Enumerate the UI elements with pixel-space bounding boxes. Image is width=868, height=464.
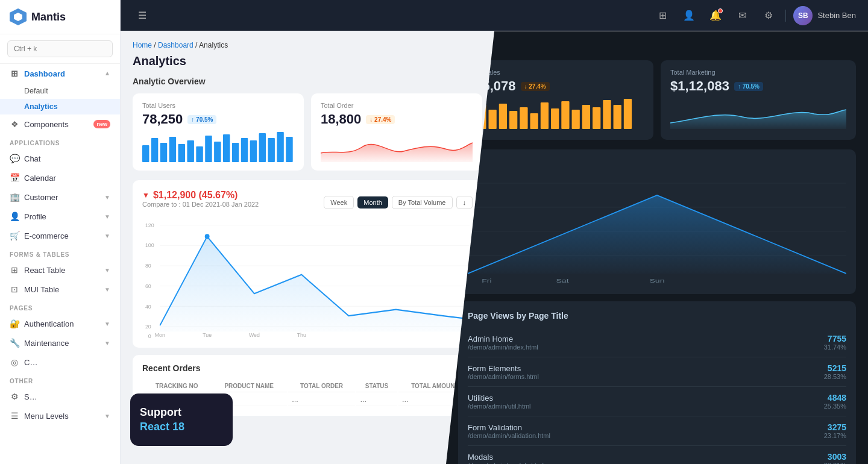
svg-rect-7 — [196, 146, 203, 162]
page-view-item-3: Utilities /demo/admin/util.html 4848 25.… — [468, 387, 846, 416]
topbar: ☰ ⊞ 👤 🔔 ✉ ⚙ SB Stebin Ben — [121, 0, 868, 31]
mail-icon[interactable]: ✉ — [732, 6, 752, 25]
sidebar-item-ecommerce[interactable]: 🛒 E-commerce ▼ — [0, 226, 120, 245]
income-line-chart: 120 100 80 60 40 20 0 — [142, 218, 473, 338]
svg-rect-13 — [250, 140, 257, 162]
svg-rect-46 — [572, 110, 580, 129]
total-sales-badge: ↓ 27.4% — [521, 82, 550, 91]
svg-text:Fri: Fri — [482, 278, 491, 284]
gear-icon[interactable]: ⚙ — [759, 6, 778, 25]
svg-rect-45 — [561, 101, 569, 129]
sidebar-item-profile[interactable]: 👤 Profile ▼ — [0, 207, 120, 226]
sidebar-item-components[interactable]: ❖ Components new — [0, 114, 120, 134]
svg-rect-16 — [277, 132, 283, 162]
sidebar-item-calendar[interactable]: 📅 Calendar — [0, 168, 120, 187]
applications-section: Applications — [0, 134, 120, 149]
svg-rect-11 — [232, 143, 239, 162]
svg-text:0: 0 — [148, 333, 151, 338]
svg-text:60: 60 — [145, 283, 151, 289]
sidebar-sub-default[interactable]: Default — [0, 83, 120, 99]
page-view-item-4: Form Validation /demo/admin/validation.h… — [468, 416, 846, 446]
total-order-value: 18,800 ↓ 27.4% — [321, 111, 473, 127]
mantis-logo-icon — [10, 8, 27, 25]
svg-rect-42 — [530, 113, 538, 129]
sidebar-item-mui-table-label: MUI Table — [24, 285, 59, 294]
svg-rect-1 — [142, 145, 149, 162]
svg-rect-40 — [509, 111, 517, 129]
main-area: ☰ ⊞ 👤 🔔 ✉ ⚙ SB Stebin Ben Home / Dashb — [121, 0, 868, 464]
stat-cards-light: Total Users 78,250 ↑ 70.5% — [133, 93, 482, 171]
ecommerce-icon: 🛒 — [10, 231, 19, 240]
ecommerce-chevron: ▼ — [104, 233, 110, 239]
sidebar-search-container — [0, 34, 120, 64]
sidebar-sub-analytics[interactable]: Analytics — [0, 99, 120, 114]
content-area: Home / Dashboard / Analytics Analytics A… — [121, 31, 868, 464]
total-marketing-badge: ↑ 70.5% — [734, 82, 763, 91]
total-order-label: Total Order — [321, 102, 473, 109]
other-section: Other — [0, 372, 120, 387]
page-view-item-1: Admin Home /demo/admin/index.html 7755 3… — [468, 328, 846, 357]
svg-rect-44 — [551, 108, 559, 129]
col-product: PRODUCT NAME — [212, 380, 287, 392]
sidebar-item-react-table-label: React Table — [24, 266, 65, 275]
profile-topbar-icon[interactable]: 👤 — [679, 6, 699, 25]
profile-chevron: ▼ — [104, 213, 110, 220]
svg-rect-3 — [160, 143, 167, 162]
dark-stat-cards: Total Sales $35,078 ↓ 27.4% — [458, 60, 856, 140]
breadcrumb-dashboard[interactable]: Dashboard — [158, 41, 193, 49]
breadcrumb: Home / Dashboard / Analytics — [133, 41, 482, 49]
mui-table-chevron: ▼ — [104, 286, 110, 293]
chat-icon: 💬 — [10, 154, 19, 163]
page-view-item-5: Modals /demo/admin/modals.html 3003 22.2… — [468, 446, 846, 464]
month-button[interactable]: Month — [357, 196, 388, 208]
svg-text:Mon: Mon — [155, 332, 165, 338]
week-button[interactable]: Week — [324, 196, 354, 209]
notification-icon[interactable]: 🔔 — [706, 6, 725, 25]
sidebar-item-react-table[interactable]: ⊞ React Table ▼ — [0, 260, 120, 280]
sidebar-item-maintenance[interactable]: 🔧 Maintenance ▼ — [0, 333, 120, 353]
user-profile-button[interactable]: SB Stebin Ben — [793, 6, 856, 25]
sidebar-item-settings[interactable]: ⚙ S… — [0, 387, 120, 406]
sidebar-item-dashboard[interactable]: ⊞ Dashboard ▼ — [0, 64, 120, 83]
sidebar-item-profile-label: Profile — [24, 212, 46, 221]
sidebar-item-authentication[interactable]: 🔐 Authentication ▼ — [0, 314, 120, 333]
sidebar-item-mui-table[interactable]: ⊡ MUI Table ▼ — [0, 280, 120, 299]
sidebar-item-other1[interactable]: ◎ C… — [0, 353, 120, 372]
total-users-badge: ↑ 70.5% — [187, 115, 216, 124]
dark-income-chart: Fri Sat Sun — [458, 149, 856, 294]
total-sales-chart — [468, 99, 644, 131]
react-table-chevron: ▼ — [104, 267, 110, 274]
calendar-icon: 📅 — [10, 173, 19, 183]
other1-icon: ◎ — [10, 357, 19, 367]
sidebar-item-customer[interactable]: 🏢 Customer ▼ — [0, 187, 120, 207]
dashboard-icon: ⊞ — [10, 69, 19, 78]
total-sales-value: $35,078 ↓ 27.4% — [468, 78, 644, 94]
analytic-overview-title: Analytic Overview — [133, 77, 482, 86]
svg-rect-8 — [205, 136, 212, 162]
volume-button[interactable]: By Total Volume — [392, 196, 453, 209]
svg-text:20: 20 — [145, 324, 151, 330]
menu-toggle-icon[interactable]: ☰ — [133, 6, 152, 25]
settings-sidebar-icon: ⚙ — [10, 392, 19, 401]
sidebar-item-chat[interactable]: 💬 Chat — [0, 149, 120, 168]
search-input[interactable] — [7, 40, 113, 57]
income-value: ▼ $1,12,900 (45.67%) — [142, 190, 259, 201]
auth-icon: 🔐 — [10, 319, 19, 328]
user-avatar: SB — [793, 6, 813, 25]
sidebar-item-menu-levels[interactable]: ☰ Menu Levels ▼ — [0, 406, 120, 425]
download-button[interactable]: ↓ — [456, 196, 473, 209]
svg-rect-48 — [593, 107, 600, 129]
react-table-icon: ⊞ — [10, 265, 19, 275]
col-tracking: TRACKING NO — [143, 380, 210, 392]
page-title: Analytics — [133, 54, 482, 68]
apps-icon[interactable]: ⊞ — [653, 6, 672, 25]
sidebar-item-calendar-label: Calendar — [24, 174, 56, 183]
dark-panel: Total Sales $35,078 ↓ 27.4% — [446, 31, 868, 464]
breadcrumb-home[interactable]: Home — [133, 41, 152, 49]
page-views-title: Page Views by Page Title — [468, 311, 846, 321]
sidebar-logo[interactable]: Mantis — [0, 0, 120, 34]
svg-text:Sun: Sun — [649, 278, 664, 284]
support-popup[interactable]: Support React 18 — [130, 393, 233, 446]
forms-section: Forms & Tables — [0, 245, 120, 260]
components-icon: ❖ — [10, 119, 19, 129]
